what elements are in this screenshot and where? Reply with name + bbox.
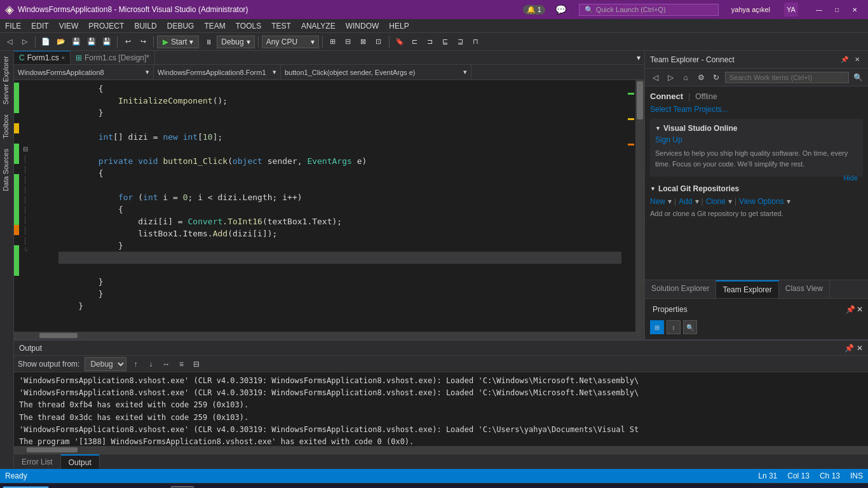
- back-button[interactable]: ◁: [3, 35, 17, 49]
- menu-edit[interactable]: EDIT: [26, 19, 53, 33]
- toolbar-misc4[interactable]: ⊒: [454, 35, 468, 49]
- nav-dropdown-2[interactable]: WindowsFormsApplication8.Form1 ▾: [154, 65, 281, 80]
- sidebar-toolbox[interactable]: Toolbox: [0, 109, 13, 144]
- taskbar-file-explorer[interactable]: 📁: [74, 486, 97, 489]
- output-source-dropdown[interactable]: Debug: [85, 357, 126, 371]
- toolbar-misc5[interactable]: ⊓: [469, 35, 483, 49]
- tab-form1-cs[interactable]: C Form1.cs ×: [14, 51, 71, 64]
- minimize-button[interactable]: —: [811, 3, 827, 16]
- properties-category-button[interactable]: ⊞: [650, 320, 664, 334]
- taskbar-ie[interactable]: e: [50, 486, 73, 489]
- quick-launch-box[interactable]: 🔍 Quick Launch (Ctrl+Q): [579, 4, 719, 16]
- git-add-link[interactable]: Add: [679, 197, 692, 206]
- chat-icon[interactable]: 💬: [555, 4, 566, 15]
- save-selected-button[interactable]: 💾: [100, 35, 114, 49]
- tab-solution-explorer[interactable]: Solution Explorer: [645, 280, 716, 298]
- output-pin-button[interactable]: 📌: [844, 344, 854, 353]
- properties-filter-button[interactable]: 🔍: [683, 320, 697, 334]
- forward-button[interactable]: ▷: [18, 35, 32, 49]
- te-home-button[interactable]: ⌂: [679, 71, 692, 84]
- output-horizontal-scrollbar[interactable]: [14, 446, 868, 454]
- collapse-icon[interactable]: ▼: [655, 125, 661, 132]
- toolbar-btn-extra2[interactable]: ⊟: [341, 35, 355, 49]
- tab-class-view[interactable]: Class View: [779, 280, 830, 298]
- menu-build[interactable]: BUILD: [129, 19, 161, 33]
- properties-pin-button[interactable]: 📌: [846, 305, 855, 314]
- config-dropdown[interactable]: Debug ▾: [217, 36, 254, 48]
- fold-7[interactable]: ⊟: [22, 144, 29, 154]
- vso-signup-link[interactable]: Sign Up: [655, 135, 858, 144]
- platform-dropdown[interactable]: Any CPU ▾: [262, 36, 319, 48]
- git-view-options-link[interactable]: View Options: [739, 197, 783, 206]
- tab-overflow-button[interactable]: ▾: [633, 51, 644, 64]
- toolbar-btn-extra1[interactable]: ⊞: [326, 35, 340, 49]
- menu-project[interactable]: PROJECT: [83, 19, 129, 33]
- toolbar-misc1[interactable]: ⊏: [408, 35, 422, 49]
- output-content[interactable]: 'WindowsFormsApplication8.vshost.exe' (C…: [14, 372, 868, 446]
- git-clone-link[interactable]: Clone: [706, 197, 726, 206]
- te-pin-button[interactable]: 📌: [839, 54, 850, 65]
- open-button[interactable]: 📂: [54, 35, 68, 49]
- menu-file[interactable]: FILE: [0, 19, 26, 33]
- git-collapse-icon[interactable]: ▼: [650, 186, 656, 192]
- sidebar-server-explorer[interactable]: Server Explorer: [0, 51, 13, 109]
- maximize-button[interactable]: □: [829, 3, 845, 16]
- te-forward-button[interactable]: ▷: [664, 71, 677, 84]
- taskbar-antivirus[interactable]: 🛡: [147, 486, 170, 489]
- output-h-scroll-thumb[interactable]: [27, 447, 78, 452]
- bottom-tab-error-list[interactable]: Error List: [14, 454, 61, 469]
- code-content[interactable]: { InitializeComponent(); } int[] dizi = …: [53, 80, 627, 332]
- run-button[interactable]: ▶ Start ▾: [157, 36, 199, 48]
- save-all-button[interactable]: 💾: [85, 35, 98, 49]
- menu-window[interactable]: WINDOW: [341, 19, 384, 33]
- menu-help[interactable]: HELP: [384, 19, 414, 33]
- work-items-search[interactable]: [725, 72, 849, 83]
- redo-button[interactable]: ↪: [136, 35, 150, 49]
- editor-scrollbar[interactable]: [635, 80, 644, 332]
- git-new-link[interactable]: New: [650, 197, 665, 206]
- pause-button[interactable]: ⏸: [201, 35, 215, 49]
- menu-view[interactable]: VIEW: [54, 19, 84, 33]
- notification-badge[interactable]: 🔔 1: [523, 5, 545, 15]
- output-find-button[interactable]: ⊟: [190, 358, 203, 370]
- menu-analyze[interactable]: ANALYZE: [296, 19, 341, 33]
- menu-debug[interactable]: DEBUG: [162, 19, 200, 33]
- te-close-button[interactable]: ✕: [851, 54, 863, 65]
- horizontal-scrollbar[interactable]: [14, 332, 644, 339]
- taskbar-chrome[interactable]: 🌐: [123, 486, 146, 489]
- tab-form1-design[interactable]: ⊞ Form1.cs [Design]*: [71, 51, 155, 64]
- nav-dropdown-3[interactable]: button1_Click(object sender, EventArgs e…: [281, 65, 471, 80]
- menu-tools[interactable]: TOOLS: [231, 19, 266, 33]
- toolbar-btn-extra3[interactable]: ⊠: [356, 35, 370, 49]
- output-wrap-button[interactable]: ↔: [159, 358, 172, 370]
- output-goto-button[interactable]: ↑: [129, 358, 142, 370]
- output-copy-button[interactable]: ≡: [175, 358, 187, 370]
- save-button[interactable]: 💾: [69, 35, 83, 49]
- bottom-tab-output[interactable]: Output: [61, 454, 100, 469]
- properties-close-button[interactable]: ✕: [857, 305, 863, 314]
- taskbar-vs[interactable]: ◈: [171, 486, 194, 489]
- toolbar-misc3[interactable]: ⊑: [438, 35, 452, 49]
- te-back-button[interactable]: ◁: [649, 71, 661, 84]
- new-project-button[interactable]: 📄: [39, 35, 53, 49]
- select-projects-link[interactable]: Select Team Projects...: [650, 105, 863, 114]
- h-scroll-thumb[interactable]: [39, 333, 78, 338]
- run-dropdown-arrow[interactable]: ▾: [189, 37, 193, 46]
- toolbar-btn-extra4[interactable]: ⊡: [372, 35, 386, 49]
- bookmark-button[interactable]: 🔖: [393, 35, 407, 49]
- sidebar-data-sources[interactable]: Data Sources: [0, 144, 13, 196]
- code-editor[interactable]: ⊟ │ │ │ │ │ │ │ │ │ └: [14, 80, 644, 332]
- toolbar-misc2[interactable]: ⊐: [423, 35, 437, 49]
- close-button[interactable]: ✕: [846, 3, 863, 16]
- nav-dropdown-1[interactable]: WindowsFormsApplication8 ▾: [14, 65, 154, 80]
- tab-team-explorer[interactable]: Team Explorer: [716, 280, 778, 298]
- taskbar-media-player[interactable]: ▶: [98, 486, 121, 489]
- vso-hide-link[interactable]: Hide: [843, 174, 858, 182]
- undo-button[interactable]: ↩: [121, 35, 135, 49]
- te-search-button[interactable]: 🔍: [851, 71, 864, 84]
- output-close-button[interactable]: ✕: [857, 344, 863, 353]
- start-button[interactable]: ⊞ Başlat: [3, 486, 49, 489]
- scroll-thumb[interactable]: [637, 81, 643, 119]
- user-avatar[interactable]: YA: [784, 3, 798, 17]
- menu-team[interactable]: TEAM: [199, 19, 230, 33]
